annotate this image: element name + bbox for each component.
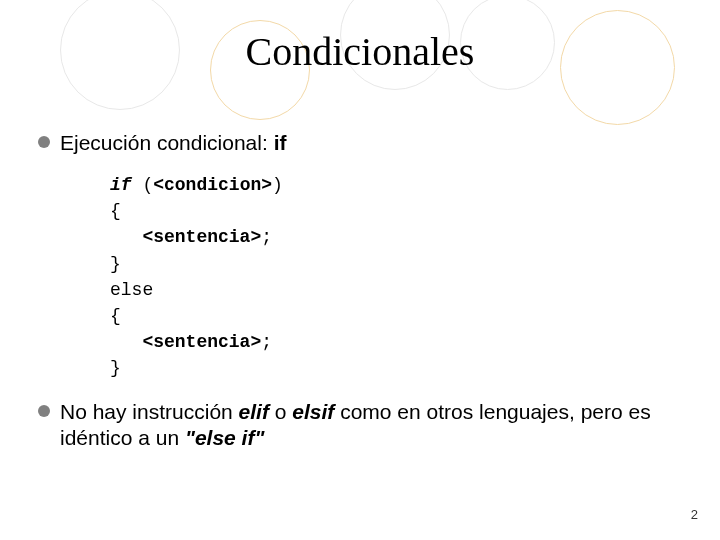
code-indent: [110, 332, 142, 352]
bullet-icon: [38, 136, 50, 148]
keyword-if: if: [274, 131, 287, 154]
bullet-item: No hay instrucción elif o elsif como en …: [38, 399, 682, 452]
code-param: <condicion>: [153, 175, 272, 195]
page-number: 2: [691, 507, 698, 522]
code-keyword: if: [110, 175, 132, 195]
keyword-elsif: elsif: [292, 400, 334, 423]
code-text: ;: [261, 227, 272, 247]
code-param: <sentencia>: [142, 332, 261, 352]
code-text: {: [110, 306, 121, 326]
text-fragment: o: [269, 400, 292, 423]
code-indent: [110, 227, 142, 247]
code-text: {: [110, 201, 121, 221]
code-block: if (<condicion>) { <sentencia>; } else {…: [110, 172, 682, 381]
code-text: ;: [261, 332, 272, 352]
code-text: }: [110, 254, 121, 274]
page-title: Condicionales: [0, 28, 720, 75]
slide-content: Ejecución condicional: if if (<condicion…: [38, 130, 682, 466]
code-text: (: [132, 175, 154, 195]
code-text: else: [110, 280, 153, 300]
keyword-elif: elif: [239, 400, 269, 423]
text-fragment: Ejecución condicional:: [60, 131, 274, 154]
bullet-text: No hay instrucción elif o elsif como en …: [60, 399, 682, 452]
quoted-else-if: "else if": [185, 426, 264, 449]
bullet-text: Ejecución condicional: if: [60, 130, 286, 156]
code-param: <sentencia>: [142, 227, 261, 247]
bullet-item: Ejecución condicional: if: [38, 130, 682, 156]
bullet-icon: [38, 405, 50, 417]
code-text: ): [272, 175, 283, 195]
code-text: }: [110, 358, 121, 378]
text-fragment: No hay instrucción: [60, 400, 239, 423]
